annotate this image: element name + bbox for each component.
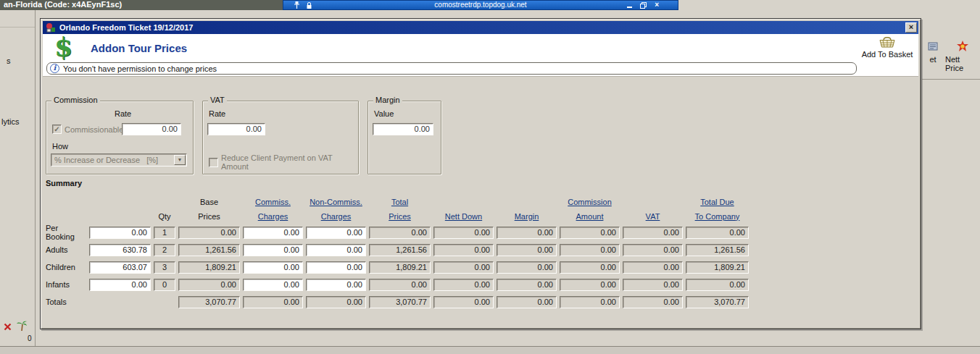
cell-adults-commamt: 0.00 bbox=[560, 244, 620, 256]
vat-rate-input[interactable]: 0.00 bbox=[207, 123, 265, 135]
close-icon[interactable]: × bbox=[655, 1, 659, 9]
row-label-infants: Infants bbox=[46, 280, 86, 289]
cell-totals-total: 3,070.77 bbox=[369, 296, 431, 308]
cell-adults-nett: 0.00 bbox=[433, 244, 494, 256]
vat-legend: VAT bbox=[208, 96, 227, 104]
commission-rate-label: Rate bbox=[115, 109, 131, 118]
col-header-totaldue-2[interactable]: To Company bbox=[686, 212, 749, 222]
cell-per-booking-base: 0.00 bbox=[178, 227, 240, 239]
cell-totals-commiss: 0.00 bbox=[243, 296, 303, 308]
cell-children-margin: 0.00 bbox=[497, 261, 557, 274]
commission-legend: Commission bbox=[51, 96, 100, 104]
col-header-commiss-2[interactable]: Charges bbox=[243, 212, 303, 222]
notice-text: You don't have permission to change pric… bbox=[63, 64, 217, 73]
cell-per-booking-unit[interactable]: 0.00 bbox=[89, 227, 151, 239]
bottom-edge bbox=[0, 346, 980, 354]
addon-tour-prices-dialog: Orlando Freedom Ticket 19/12/2017 × $ Ad… bbox=[40, 18, 921, 329]
col-header-totaldue-1[interactable]: Total Due bbox=[686, 198, 749, 207]
margin-legend: Margin bbox=[373, 96, 402, 104]
background-window-titlebar: an-Florida (Code: x4AEynF1sc) bbox=[0, 0, 283, 10]
col-header-commamt-1[interactable]: Commission bbox=[560, 198, 620, 207]
margin-group: Margin Value 0.00 bbox=[368, 101, 441, 174]
col-header-total-1[interactable]: Total bbox=[369, 198, 431, 207]
cell-infants-commamt: 0.00 bbox=[560, 279, 620, 291]
col-header-base-1: Base bbox=[178, 198, 240, 207]
cell-adults-unit[interactable]: 630.78 bbox=[89, 244, 151, 256]
info-icon: i bbox=[50, 64, 59, 73]
cell-children-qty: 3 bbox=[154, 261, 175, 274]
cell-per-booking-qty: 1 bbox=[154, 227, 175, 239]
toolbar-button-nett-price[interactable]: Nett Price bbox=[945, 41, 980, 72]
palm-tree-icon[interactable] bbox=[16, 320, 28, 332]
cell-infants-nett: 0.00 bbox=[433, 279, 494, 291]
screen: an-Florida (Code: x4AEynF1sc) comostreet… bbox=[0, 0, 980, 354]
cell-per-booking-commiss[interactable]: 0.00 bbox=[243, 227, 303, 239]
basket-icon bbox=[878, 35, 897, 49]
remote-desktop-bar: comostreetrdp.topdog.uk.net × bbox=[283, 0, 678, 10]
col-header-vat-2[interactable]: VAT bbox=[623, 212, 683, 222]
cell-infants-unit[interactable]: 0.00 bbox=[89, 279, 151, 291]
cell-children-noncommiss[interactable]: 0.00 bbox=[306, 261, 366, 274]
dialog-titlebar[interactable]: Orlando Freedom Ticket 19/12/2017 × bbox=[43, 21, 918, 34]
commission-group: Commission Rate ✓ Commissionable 0.00 Ho… bbox=[46, 101, 194, 174]
delete-icon[interactable] bbox=[4, 323, 12, 331]
cell-adults-total: 1,261.56 bbox=[369, 244, 431, 256]
minimize-icon[interactable] bbox=[627, 2, 632, 8]
cell-infants-total: 0.00 bbox=[369, 279, 431, 291]
margin-value-label: Value bbox=[374, 109, 394, 118]
cell-children-commiss[interactable]: 0.00 bbox=[243, 261, 303, 274]
reduce-vat-checkbox bbox=[209, 158, 218, 167]
dialog-title: Orlando Freedom Ticket 19/12/2017 bbox=[59, 23, 905, 32]
cell-adults-qty: 2 bbox=[154, 244, 175, 256]
toolbar-button-partial[interactable]: et bbox=[922, 41, 944, 64]
reduce-vat-row: Reduce Client Payment on VAT Amount bbox=[209, 153, 358, 171]
cell-infants-vat: 0.00 bbox=[623, 279, 683, 291]
cell-children-nett: 0.00 bbox=[433, 261, 494, 274]
col-header-commamt-2[interactable]: Amount bbox=[560, 212, 620, 222]
permission-notice: i You don't have permission to change pr… bbox=[46, 62, 857, 75]
reduce-vat-label: Reduce Client Payment on VAT Amount bbox=[221, 153, 358, 171]
col-header-commiss-1[interactable]: Commiss. bbox=[243, 198, 303, 207]
cell-infants-commiss[interactable]: 0.00 bbox=[243, 279, 303, 291]
margin-value-input[interactable]: 0.00 bbox=[373, 123, 433, 135]
row-label-totals: Totals bbox=[46, 298, 86, 306]
cell-children-commamt: 0.00 bbox=[560, 261, 620, 274]
cell-adults-margin: 0.00 bbox=[497, 244, 557, 256]
cell-infants-base: 0.00 bbox=[178, 279, 240, 291]
how-dropdown-value: % Increase or Decrease [%] bbox=[54, 156, 174, 164]
cell-children-unit[interactable]: 603.07 bbox=[89, 261, 151, 274]
page-title: Addon Tour Prices bbox=[91, 42, 187, 54]
cell-adults-noncommiss[interactable]: 0.00 bbox=[306, 244, 366, 256]
cell-per-booking-margin: 0.00 bbox=[497, 227, 557, 239]
cell-per-booking-totaldue: 0.00 bbox=[686, 227, 749, 239]
cell-infants-totaldue: 0.00 bbox=[686, 279, 749, 291]
cell-infants-noncommiss[interactable]: 0.00 bbox=[306, 279, 366, 291]
add-to-basket-button[interactable]: Add To Basket bbox=[860, 35, 914, 59]
cell-infants-margin: 0.00 bbox=[497, 279, 557, 291]
dropdown-arrow-icon: ▼ bbox=[174, 155, 186, 165]
row-label-children: Children bbox=[46, 263, 86, 271]
cell-totals-noncommiss: 0.00 bbox=[306, 296, 366, 308]
remote-bar-buttons: × bbox=[627, 1, 659, 9]
cell-totals-nett: 0.00 bbox=[433, 296, 494, 308]
dialog-close-button[interactable]: × bbox=[905, 22, 917, 33]
cell-per-booking-noncommiss[interactable]: 0.00 bbox=[306, 227, 366, 239]
col-header-nett-2[interactable]: Nett Down bbox=[433, 212, 494, 222]
cell-adults-commiss[interactable]: 0.00 bbox=[243, 244, 303, 256]
cell-totals-vat: 0.00 bbox=[623, 296, 683, 308]
col-header-margin-2[interactable]: Margin bbox=[497, 212, 557, 222]
cell-totals-base: 3,070.77 bbox=[178, 296, 240, 308]
cell-children-base: 1,809.21 bbox=[178, 261, 240, 274]
commissionable-row: ✓ Commissionable bbox=[52, 125, 123, 134]
sidebar-fragment: s bbox=[7, 56, 11, 65]
col-header-noncommiss-1[interactable]: Non-Commiss. bbox=[306, 198, 366, 207]
commission-rate-input[interactable]: 0.00 bbox=[122, 123, 181, 135]
restore-icon[interactable] bbox=[640, 2, 647, 9]
commissionable-label: Commissionable bbox=[65, 125, 123, 134]
col-header-noncommiss-2[interactable]: Charges bbox=[306, 212, 366, 222]
cell-adults-totaldue: 1,261.56 bbox=[686, 244, 749, 256]
vat-rate-label: Rate bbox=[209, 109, 225, 118]
dialog-header: $ Addon Tour Prices i You don't have per… bbox=[43, 34, 918, 77]
col-header-total-2[interactable]: Prices bbox=[369, 212, 431, 222]
cell-adults-base: 1,261.56 bbox=[178, 244, 240, 256]
